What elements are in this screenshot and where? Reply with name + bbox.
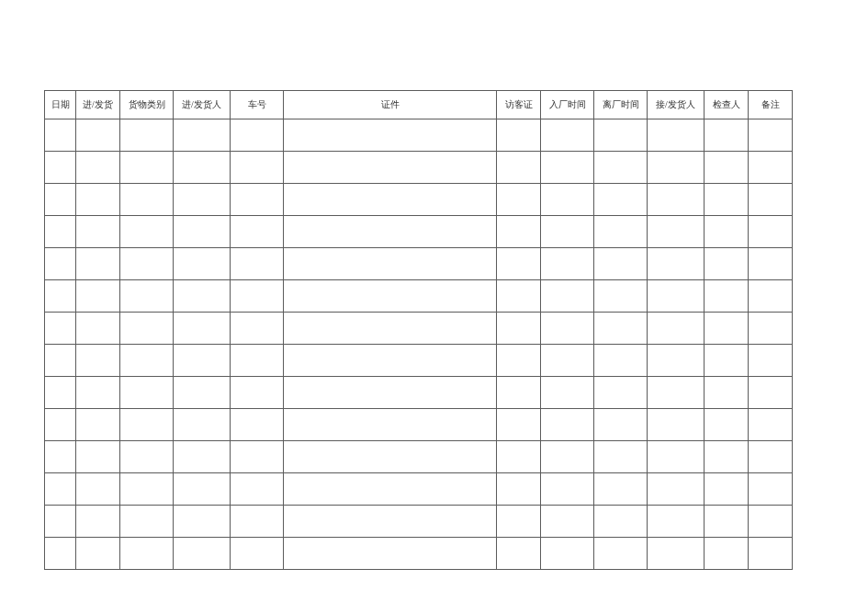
- col-enter-time: 入厂时间: [541, 91, 594, 119]
- cell: [284, 441, 497, 473]
- cell: [594, 377, 648, 409]
- cell: [705, 280, 749, 313]
- cell: [174, 119, 231, 152]
- cell: [76, 280, 120, 313]
- cell: [541, 441, 594, 473]
- cell: [76, 184, 120, 216]
- cell: [541, 538, 594, 570]
- cell: [45, 152, 76, 184]
- cell: [120, 152, 174, 184]
- cell: [120, 377, 174, 409]
- cell: [705, 473, 749, 506]
- cell: [76, 441, 120, 473]
- cell: [648, 441, 705, 473]
- cell: [648, 184, 705, 216]
- cell: [749, 119, 793, 152]
- col-vehicle-no: 车号: [231, 91, 284, 119]
- cell: [284, 280, 497, 313]
- cell: [541, 184, 594, 216]
- cell: [231, 184, 284, 216]
- cell: [497, 377, 541, 409]
- cell: [594, 119, 648, 152]
- cell: [594, 248, 648, 280]
- cell: [120, 248, 174, 280]
- cell: [120, 119, 174, 152]
- cell: [120, 473, 174, 506]
- cell: [594, 409, 648, 441]
- col-inspector: 检查人: [705, 91, 749, 119]
- cell: [497, 313, 541, 345]
- col-leave-time: 离厂时间: [594, 91, 648, 119]
- cell: [541, 313, 594, 345]
- cell: [76, 377, 120, 409]
- cell: [749, 313, 793, 345]
- cell: [497, 506, 541, 538]
- cell: [648, 345, 705, 377]
- cell: [705, 184, 749, 216]
- table-row: [45, 506, 793, 538]
- cell: [174, 313, 231, 345]
- cell: [174, 152, 231, 184]
- cell: [541, 248, 594, 280]
- cell: [231, 538, 284, 570]
- cell: [231, 248, 284, 280]
- table-row: [45, 473, 793, 506]
- cell: [648, 119, 705, 152]
- cell: [648, 280, 705, 313]
- cell: [174, 280, 231, 313]
- cell: [749, 152, 793, 184]
- cell: [705, 248, 749, 280]
- cell: [231, 152, 284, 184]
- cell: [594, 152, 648, 184]
- cell: [594, 184, 648, 216]
- cell: [284, 377, 497, 409]
- table-row: [45, 119, 793, 152]
- cell: [76, 473, 120, 506]
- cell: [284, 184, 497, 216]
- cell: [594, 216, 648, 248]
- table-row: [45, 248, 793, 280]
- cell: [174, 377, 231, 409]
- cell: [749, 473, 793, 506]
- cell: [497, 119, 541, 152]
- cell: [497, 441, 541, 473]
- cell: [749, 184, 793, 216]
- cell: [76, 506, 120, 538]
- cell: [594, 313, 648, 345]
- cell: [45, 313, 76, 345]
- cell: [594, 345, 648, 377]
- cell: [497, 152, 541, 184]
- cell: [120, 280, 174, 313]
- cell: [749, 506, 793, 538]
- table-row: [45, 280, 793, 313]
- cell: [541, 119, 594, 152]
- cell: [749, 441, 793, 473]
- cell: [120, 506, 174, 538]
- cell: [749, 409, 793, 441]
- cell: [749, 345, 793, 377]
- table-row: [45, 216, 793, 248]
- cell: [705, 345, 749, 377]
- cell: [231, 313, 284, 345]
- cell: [705, 119, 749, 152]
- table-row: [45, 377, 793, 409]
- cell: [705, 216, 749, 248]
- cell: [705, 538, 749, 570]
- cell: [705, 377, 749, 409]
- cell: [231, 119, 284, 152]
- table-row: [45, 538, 793, 570]
- cell: [497, 538, 541, 570]
- cell: [594, 538, 648, 570]
- cell: [231, 409, 284, 441]
- cell: [284, 152, 497, 184]
- cell: [284, 473, 497, 506]
- cell: [231, 377, 284, 409]
- cell: [648, 538, 705, 570]
- cell: [120, 184, 174, 216]
- col-remark: 备注: [749, 91, 793, 119]
- cell: [705, 313, 749, 345]
- cell: [705, 152, 749, 184]
- cell: [541, 345, 594, 377]
- cell: [45, 248, 76, 280]
- cell: [76, 152, 120, 184]
